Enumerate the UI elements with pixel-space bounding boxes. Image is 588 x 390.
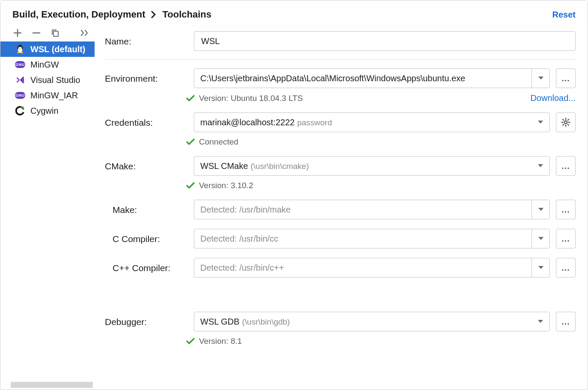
toolchain-item-label: Cygwin [30,106,59,116]
debugger-path: (\usr\bin\gdb) [242,317,290,327]
credentials-combo[interactable]: marinak@localhost:2222 password [194,112,550,132]
horizontal-scrollbar[interactable] [11,382,93,388]
make-combo[interactable]: Detected: /usr/bin/make [194,200,550,219]
divider [105,59,576,60]
remove-button[interactable] [32,29,41,37]
browse-cpp-compiler-button[interactable]: ... [556,258,576,278]
svg-point-7 [564,121,567,124]
name-input-field[interactable] [200,36,569,47]
gnu-icon: GNU [15,59,25,70]
ellipsis-icon: ... [561,161,570,171]
cmake-value: WSL CMake [200,161,248,171]
toolchain-item-label: MinGW [30,60,59,70]
toolchain-form: Name: Environment: C:\Users\jetbrains\Ap… [95,28,588,390]
toolchain-item-mingw-iar[interactable]: GNU MinGW_IAR [0,88,95,103]
check-icon [186,182,195,189]
check-icon [186,95,195,102]
svg-line-14 [563,124,564,125]
credentials-label: Credentials: [105,117,186,128]
cmake-combo[interactable]: WSL CMake (\usr\bin\cmake) [194,156,550,176]
dropdown-arrow-icon[interactable] [532,69,549,88]
spacer [105,98,186,99]
browse-environment-button[interactable]: ... [556,68,576,88]
toolchain-list: WSL (default) GNU MinGW Visual Studio GN… [0,41,95,382]
toolchain-item-cygwin[interactable]: Cygwin [0,103,95,118]
ellipsis-icon: ... [561,263,570,273]
environment-value: C:\Users\jetbrains\AppData\Local\Microso… [200,74,465,83]
credentials-value: marinak@localhost:2222 [200,118,294,127]
environment-row: Environment: C:\Users\jetbrains\AppData\… [105,68,576,88]
toolchain-item-visual-studio[interactable]: Visual Studio [0,72,95,88]
dropdown-arrow-icon[interactable] [532,319,549,324]
gear-icon [561,118,570,127]
svg-point-5 [19,47,19,47]
toolchain-item-label: Visual Studio [30,75,80,85]
dropdown-arrow-icon[interactable] [532,164,549,168]
browse-cmake-button[interactable]: ... [556,156,576,176]
reset-button[interactable]: Reset [552,10,576,20]
toolchain-item-label: WSL (default) [30,44,86,54]
toolchain-item-label: MinGW_IAR [30,91,78,100]
gnu-icon: GNU [15,90,25,100]
more-button[interactable] [80,29,89,37]
spacer [105,278,576,295]
ellipsis-icon: ... [561,317,570,327]
debugger-row: Debugger: WSL GDB (\usr\bin\gdb) ... [105,312,576,331]
cpp-compiler-combo[interactable]: Detected: /usr/bin/c++ [194,258,550,278]
scrollbar-thumb[interactable] [11,382,93,388]
dropdown-arrow-icon[interactable] [532,120,549,124]
cmake-row: CMake: WSL CMake (\usr\bin\cmake) ... [105,156,576,176]
breadcrumb-current: Toolchains [162,9,211,20]
cygwin-icon [15,106,25,116]
name-row: Name: [105,31,576,51]
visual-studio-icon [15,75,25,85]
spacer [105,142,186,142]
tux-icon [15,44,25,54]
browse-c-compiler-button[interactable]: ... [556,229,576,248]
credentials-hint: password [297,118,332,127]
debugger-status: Version: 8.1 [199,337,242,346]
cmake-status: Version: 3.10.2 [199,181,253,190]
breadcrumb: Build, Execution, Deployment Toolchains … [0,0,588,28]
make-label: Make: [105,204,186,215]
dropdown-arrow-icon[interactable] [532,229,549,248]
credentials-status: Connected [199,137,238,147]
ellipsis-icon: ... [561,234,570,244]
browse-make-button[interactable]: ... [556,200,576,219]
dropdown-arrow-icon[interactable] [532,258,549,277]
credentials-settings-button[interactable] [556,112,576,132]
toolchain-toolbar [0,28,95,41]
name-label: Name: [105,35,186,47]
dropdown-arrow-icon[interactable] [532,200,549,219]
toolchain-item-wsl[interactable]: WSL (default) [0,41,95,57]
credentials-status-row: Connected [105,137,576,147]
c-compiler-row: C Compiler: Detected: /usr/bin/cc ... [105,229,576,248]
make-placeholder: Detected: /usr/bin/make [200,205,291,215]
check-icon [186,139,195,145]
add-button[interactable] [13,29,22,37]
debugger-combo[interactable]: WSL GDB (\usr\bin\gdb) [194,312,550,331]
settings-panel: Build, Execution, Deployment Toolchains … [0,0,588,390]
cmake-path: (\usr\bin\cmake) [251,162,309,171]
check-icon [186,338,195,345]
environment-label: Environment: [105,73,186,84]
browse-debugger-button[interactable]: ... [556,312,576,331]
environment-status: Version: Ubuntu 18.04.3 LTS [199,94,303,103]
c-compiler-combo[interactable]: Detected: /usr/bin/cc [194,229,550,248]
spacer [105,185,186,186]
environment-combo[interactable]: C:\Users\jetbrains\AppData\Local\Microso… [194,68,550,88]
debugger-label: Debugger: [105,316,186,327]
cmake-label: CMake: [105,160,186,171]
svg-line-12 [563,119,564,120]
copy-button[interactable] [51,29,59,37]
svg-line-13 [568,124,569,125]
svg-rect-0 [53,31,58,36]
ellipsis-icon: ... [561,74,570,83]
cpp-compiler-row: C++ Compiler: Detected: /usr/bin/c++ ... [105,258,576,278]
chevron-right-icon [151,11,156,18]
name-input[interactable] [194,31,576,51]
breadcrumb-parent[interactable]: Build, Execution, Deployment [12,9,145,20]
download-link[interactable]: Download... [530,93,576,103]
toolchain-item-mingw[interactable]: GNU MinGW [0,57,95,72]
cpp-compiler-placeholder: Detected: /usr/bin/c++ [200,263,284,273]
